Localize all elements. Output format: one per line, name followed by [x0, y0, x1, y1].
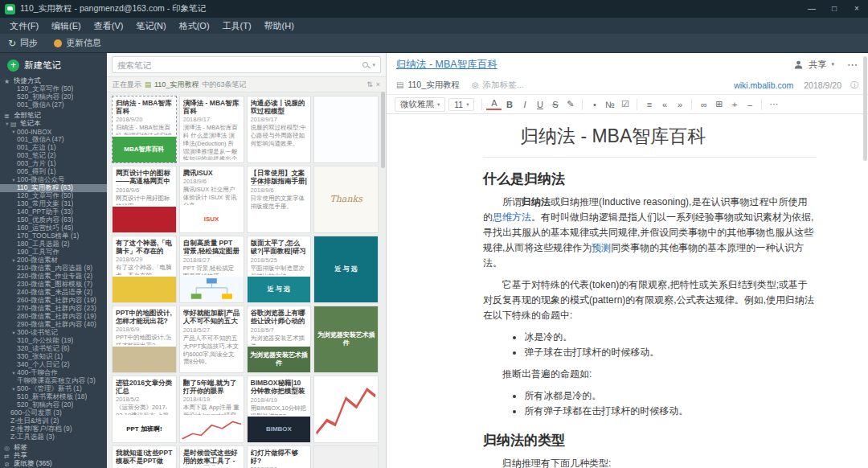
expand-chevron-icon[interactable]: ▾: [10, 370, 17, 376]
note-card[interactable]: 腾讯ISUX2018/9/6腾讯ISUX 社交用户体验设计 ISUX 资讯分享。…: [179, 166, 244, 233]
checkbox-button[interactable]: ☑: [617, 99, 633, 109]
note-card[interactable]: [313, 96, 379, 163]
note-card[interactable]: 归纳法 - MBA智库百科2018/9/20归纳法 - MBA智库百科 所谓归纳…: [112, 96, 177, 163]
notebook-selector[interactable]: 110_实用教程: [407, 80, 460, 91]
sidebar-item[interactable]: 130_常用文案 (31): [0, 200, 107, 208]
note-card[interactable]: 是时候尝试这些好用的效率工具了 - 高效率工具2018/4/18是时候尝试这些好…: [179, 445, 244, 468]
strikethrough-button[interactable]: S: [547, 100, 563, 109]
source-url-link[interactable]: wiki.mbalib.com: [734, 80, 793, 90]
inline-link[interactable]: 思维方法: [493, 211, 531, 223]
underline-button[interactable]: U: [532, 100, 547, 109]
sidebar-item[interactable]: 170_TOOLS榜单 (1): [0, 232, 107, 240]
outdent-button[interactable]: «: [657, 100, 672, 109]
note-card[interactable]: 网页设计中的图标——高逼格网页中的秘密2018/9/6网页设计中用好图标的秘密。: [112, 166, 177, 233]
sidebar-item[interactable]: 520_初稿内容 (20): [0, 401, 107, 409]
note-title-link[interactable]: 归纳法 - MBA智库百科: [396, 58, 497, 72]
sidebar-item[interactable]: 千聊微课嘉宾独立内容 (3): [0, 377, 107, 385]
sidebar-item[interactable]: 190_工具写作: [0, 248, 107, 257]
menu-item[interactable]: 工具(T): [216, 18, 258, 34]
note-card[interactable]: 幻灯片做得不够好?2018/4/18幻灯片做得不够好?试试这些方法。: [247, 445, 312, 468]
scrollbar-thumb[interactable]: [381, 92, 385, 168]
expand-chevron-icon[interactable]: ▾: [10, 257, 17, 264]
expand-chevron-icon[interactable]: ▾: [10, 177, 17, 183]
note-card[interactable]: PPT中的地图设计,怎样才能玩出花?2018/6/9PPT中的地图设计,怎样才能…: [112, 306, 177, 373]
sidebar-item[interactable]: 280-微信素_社群内容 (19): [0, 313, 107, 321]
sidebar-item[interactable]: 001_微信A (47): [0, 136, 107, 144]
sidebar-item[interactable]: ▾300-读书笔记: [0, 329, 107, 337]
font-size-select[interactable]: 11 ▾: [448, 98, 474, 111]
sidebar-item[interactable]: 290-微信素_社群内容 (40): [0, 321, 107, 329]
note-card[interactable]: 为浏览器安装艺术插件: [313, 306, 379, 373]
highlight-button[interactable]: ✎: [563, 99, 578, 109]
more-formats-button[interactable]: ⋯: [766, 99, 781, 109]
sidebar-item[interactable]: 140_PPT助手 (33): [0, 208, 107, 216]
sidebar-item[interactable]: 520_初稿内容 (20): [0, 93, 107, 101]
sidebar-item[interactable]: 230-微信素_图标模板 (7): [0, 281, 107, 289]
info-icon[interactable]: ⓘ: [850, 80, 858, 91]
sidebar-item[interactable]: ▾▤笔记本: [0, 120, 107, 128]
search-box[interactable]: ▾: [112, 56, 381, 73]
sidebar-item[interactable]: ▾200-微信素材: [0, 257, 107, 265]
sidebar-item[interactable]: 150_优质内容 (63): [0, 216, 107, 224]
sidebar-item[interactable]: ≣全部笔记: [0, 112, 107, 120]
sidebar-item[interactable]: 003_笔记 (2): [0, 152, 107, 160]
italic-button[interactable]: I: [517, 100, 532, 109]
table-button[interactable]: ⊞: [711, 99, 727, 109]
note-card[interactable]: 我就知道!这些PPT模板不是PPT做的!?2018/4/19这些PPT模板用了什…: [112, 445, 177, 468]
expand-chevron-icon[interactable]: ▾: [4, 121, 10, 127]
expand-chevron-icon[interactable]: ▾: [10, 386, 17, 392]
add-tag-button[interactable]: 添加标签...: [483, 80, 524, 91]
sidebar-item[interactable]: Z-推荐/客户/存档 (9): [0, 425, 107, 433]
sidebar-item[interactable]: 160_运营技巧 (45): [0, 224, 107, 232]
attachment-button[interactable]: +: [727, 100, 742, 109]
sidebar-item[interactable]: ◎标签: [0, 444, 107, 452]
sidebar-item[interactable]: ⊘废纸篓 (365): [0, 460, 107, 468]
sync-button[interactable]: ↻ 同步: [8, 37, 38, 49]
sidebar-item[interactable]: 180_工具选题 (2): [0, 240, 107, 248]
sidebar-item[interactable]: 110_实用教程 (63): [0, 184, 107, 192]
close-filter-icon[interactable]: ×: [376, 80, 380, 88]
note-card[interactable]: 进驻2016文章分类汇总2018/5/2《运营分类》2017-02-19建议发布…: [112, 376, 177, 443]
sidebar-item[interactable]: 220-微信素_作业专题 (2): [0, 273, 107, 281]
menu-item[interactable]: 帮助(H): [258, 18, 301, 34]
note-card[interactable]: 有了这个神器,「电脑卡」不存在的2018/6/29有了这个神器,「电脑卡」不存在…: [112, 236, 177, 303]
sidebar-item[interactable]: 510_新书素材模板 (18): [0, 393, 107, 401]
sidebar-item[interactable]: 120_文章写作 (50): [0, 192, 107, 200]
sidebar-item[interactable]: 270-微信素_社群内容 (23): [0, 305, 107, 313]
close-button[interactable]: ×: [845, 0, 868, 18]
inline-link[interactable]: 预测: [592, 242, 611, 253]
note-card[interactable]: 谷歌浏览器上有哪些让设计师心动的插件?2018/5/7为浏览器安装艺术插件。为浏…: [247, 306, 312, 373]
sidebar-item[interactable]: 330_张知识 (1): [0, 353, 107, 361]
indent-button[interactable]: »: [672, 100, 687, 109]
sidebar-item[interactable]: ▾100-微信公众号: [0, 176, 107, 184]
menu-item[interactable]: 笔记(N): [129, 18, 172, 34]
sidebar-item[interactable]: 310_办公技能 (19): [0, 337, 107, 345]
search-input[interactable]: [117, 60, 358, 70]
sidebar-item[interactable]: 210-微信素_内容选题 (8): [0, 265, 107, 273]
numbered-list-button[interactable]: №: [602, 100, 617, 109]
sidebar-item[interactable]: Z-生日&培训 (2): [0, 417, 107, 425]
scrollbar-thumb[interactable]: [863, 56, 867, 161]
sidebar-item[interactable]: 001_微信A (27): [0, 101, 107, 109]
share-button[interactable]: 共享: [809, 59, 826, 71]
link-button[interactable]: ∞: [696, 100, 711, 109]
sidebar-item[interactable]: 600-公司发票 (3): [0, 409, 107, 417]
search-options-chevron-icon[interactable]: ▾: [372, 62, 375, 68]
note-card[interactable]: 演绎法 - MBA智库百科2018/9/17演绎法 - MBA智库百科 什么是演…: [179, 96, 244, 163]
note-card[interactable]: [313, 445, 379, 468]
sort-icon[interactable]: ⇅: [366, 80, 373, 88]
font-color-button[interactable]: A: [486, 98, 502, 109]
bullet-list-button[interactable]: •: [587, 100, 602, 109]
note-list-scrollbar[interactable]: [380, 90, 386, 468]
sidebar-item[interactable]: ⇄共享: [0, 452, 107, 460]
sidebar-item[interactable]: ★快捷方式: [0, 77, 107, 85]
sidebar-item[interactable]: 260-微信素_社群内容 (19): [0, 297, 107, 305]
note-card[interactable]: Thanks: [313, 166, 379, 233]
expand-chevron-icon[interactable]: ▾: [10, 330, 17, 336]
sidebar-item[interactable]: 340_个人日记 (2): [0, 361, 107, 369]
badge-button[interactable]: 更新信息: [54, 37, 101, 49]
insert-divider-button[interactable]: –: [742, 100, 757, 109]
sidebar-item[interactable]: ▾000-INBOX: [0, 128, 107, 136]
menu-item[interactable]: 格式(O): [173, 18, 216, 34]
note-card[interactable]: BIMBOX秘籍|10分钟教你把模型装进PPT2018/4/19用BIMBOX,…: [247, 376, 312, 443]
